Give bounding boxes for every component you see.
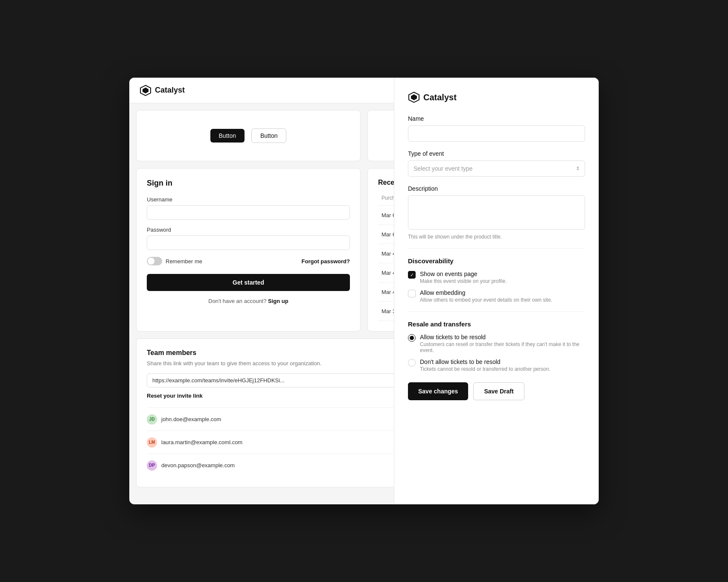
show-events-text: Show on events page Make this event visi… <box>420 271 507 284</box>
svg-marker-3 <box>411 94 417 100</box>
signin-panel: Sign in Username Password Remember me Fo… <box>136 168 361 332</box>
checkmark-icon: ✓ <box>410 272 414 278</box>
no-resale-title: Don't allow tickets to be resold <box>420 358 550 365</box>
logo-area: Catalyst <box>140 84 185 96</box>
password-input[interactable] <box>147 236 350 250</box>
signup-row: Don't have an account? Sign up <box>147 298 350 304</box>
allow-embedding-title: Allow embedding <box>420 289 552 296</box>
avatar: LM <box>147 437 157 448</box>
member-info: LM laura.martin@example.coml.com <box>147 437 242 448</box>
app-title: Catalyst <box>155 86 185 95</box>
username-label: Username <box>147 196 350 203</box>
avatar: DP <box>147 460 157 471</box>
signin-title: Sign in <box>147 179 350 188</box>
allow-resale-radio[interactable] <box>408 334 416 342</box>
remember-row: Remember me Forgot password? <box>147 257 350 265</box>
password-label: Password <box>147 227 350 233</box>
no-account-text: Don't have an account? <box>208 298 266 304</box>
divider-1 <box>408 248 585 249</box>
allow-resale-desc: Customers can resell or transfer their t… <box>420 341 585 353</box>
right-form-panel: Catalyst Name Type of event Select your … <box>394 78 599 504</box>
allow-resale-text: Allow tickets to be resold Customers can… <box>420 334 585 353</box>
forgot-password-link[interactable]: Forgot password? <box>302 258 350 265</box>
member-email: devon.papson@example.com <box>161 462 235 469</box>
catalyst-logo-icon <box>140 84 151 96</box>
allow-resale-row: Allow tickets to be resold Customers can… <box>408 334 585 353</box>
actions-row: Save changes Save Draft <box>408 382 585 400</box>
avatar: JD <box>147 414 157 425</box>
type-select[interactable]: Select your event type Conference Worksh… <box>408 160 585 177</box>
allow-embedding-desc: Allow others to embed your event details… <box>420 297 552 303</box>
buttons-panel: Button Button <box>136 110 361 161</box>
member-info: JD john.doe@example.com <box>147 414 221 425</box>
resale-title: Resale and transfers <box>408 320 585 328</box>
member-email: john.doe@example.com <box>161 416 221 422</box>
type-field-group: Type of event Select your event type Con… <box>408 150 585 177</box>
show-events-desc: Make this event visible on your profile. <box>420 278 507 284</box>
save-draft-button[interactable]: Save Draft <box>473 382 524 400</box>
no-resale-radio[interactable] <box>408 359 416 367</box>
name-label: Name <box>408 115 585 122</box>
outline-button[interactable]: Button <box>251 128 286 143</box>
description-hint: This will be shown under the product tit… <box>408 234 585 240</box>
radio-inner-icon <box>410 336 414 340</box>
panel-logo-icon <box>408 91 420 103</box>
divider-2 <box>408 311 585 312</box>
member-email: laura.martin@example.coml.com <box>161 439 242 445</box>
show-events-row: ✓ Show on events page Make this event vi… <box>408 271 585 284</box>
svg-marker-1 <box>143 87 149 93</box>
description-label: Description <box>408 185 585 192</box>
allow-embedding-row: Allow embedding Allow others to embed yo… <box>408 289 585 303</box>
remember-me-toggle[interactable] <box>147 257 162 265</box>
panel-logo-text: Catalyst <box>423 93 457 102</box>
username-input[interactable] <box>147 205 350 220</box>
remember-me-row: Remember me <box>147 257 202 265</box>
description-field-group: Description This will be shown under the… <box>408 185 585 240</box>
toggle-knob <box>148 258 154 265</box>
discoverability-title: Discoverability <box>408 257 585 265</box>
type-select-wrapper: Select your event type Conference Worksh… <box>408 160 585 177</box>
show-events-checkbox[interactable]: ✓ <box>408 271 416 279</box>
allow-embedding-checkbox[interactable] <box>408 290 416 297</box>
member-info: DP devon.papson@example.com <box>147 460 235 471</box>
signup-link[interactable]: Sign up <box>268 298 288 304</box>
description-textarea[interactable] <box>408 195 585 230</box>
no-resale-text: Don't allow tickets to be resold Tickets… <box>420 358 550 372</box>
allow-resale-title: Allow tickets to be resold <box>420 334 585 340</box>
show-events-title: Show on events page <box>420 271 507 277</box>
no-resale-desc: Tickets cannot be resold or transferred … <box>420 366 550 372</box>
dark-button[interactable]: Button <box>210 129 245 143</box>
no-resale-row: Don't allow tickets to be resold Tickets… <box>408 358 585 372</box>
name-field-group: Name <box>408 115 585 142</box>
remember-me-label: Remember me <box>166 258 202 265</box>
panel-logo: Catalyst <box>408 91 585 103</box>
allow-embedding-text: Allow embedding Allow others to embed yo… <box>420 289 552 303</box>
name-input[interactable] <box>408 125 585 142</box>
get-started-button[interactable]: Get started <box>147 274 350 291</box>
save-changes-button[interactable]: Save changes <box>408 382 468 400</box>
type-label: Type of event <box>408 150 585 157</box>
